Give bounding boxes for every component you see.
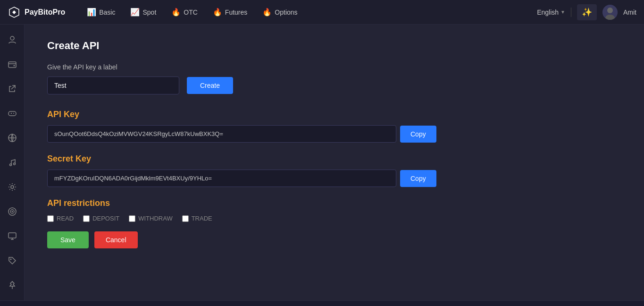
svg-point-14 (11, 211, 13, 212)
spot-icon: 📈 (130, 8, 140, 17)
sidebar-item-wallet[interactable] (5, 57, 20, 72)
sidebar-item-settings[interactable] (5, 179, 20, 195)
checkbox-read[interactable]: READ (47, 215, 74, 222)
logo-area[interactable]: PayBitoPro (8, 6, 65, 19)
dropdown-arrow-icon: ▼ (560, 9, 565, 15)
restrictions-checkboxes: READ DEPOSIT WITHDRAW TRADE (47, 215, 621, 222)
api-label-input[interactable] (47, 76, 179, 94)
star-icon: ✨ (582, 7, 592, 17)
svg-rect-4 (8, 62, 16, 68)
sidebar-item-pin[interactable] (5, 278, 20, 293)
save-button[interactable]: Save (47, 231, 89, 248)
user-name: Amit (623, 8, 636, 16)
sidebar-item-target[interactable] (5, 204, 20, 219)
language-text: English (537, 8, 559, 16)
nav-item-futures[interactable]: 🔥 Futures (206, 5, 254, 19)
sidebar-item-share[interactable] (5, 81, 20, 96)
sidebar-item-gamepad[interactable] (5, 106, 20, 121)
sidebar (0, 25, 25, 300)
svg-point-7 (13, 113, 14, 114)
checkbox-withdraw[interactable]: WITHDRAW (129, 215, 172, 222)
svg-point-9 (9, 164, 11, 166)
nav-item-basic[interactable]: 📊 Basic (80, 5, 122, 19)
sidebar-item-globe[interactable] (5, 130, 20, 145)
sidebar-item-tag[interactable] (5, 253, 20, 268)
checkbox-deposit[interactable]: DEPOSIT (83, 215, 119, 222)
svg-point-3 (10, 36, 14, 40)
main-layout: Create API Give the API key a label Crea… (0, 25, 644, 300)
sidebar-item-user[interactable] (5, 32, 20, 47)
logo-icon (8, 6, 21, 19)
withdraw-checkbox[interactable] (129, 215, 135, 222)
read-checkbox[interactable] (47, 215, 54, 222)
sidebar-item-music[interactable] (5, 155, 20, 170)
api-key-input[interactable] (47, 125, 396, 143)
avatar[interactable] (602, 5, 618, 20)
sidebar-item-monitor[interactable] (5, 229, 20, 244)
api-key-row: Copy (47, 125, 621, 143)
nav-item-options[interactable]: 🔥 Options (256, 5, 304, 19)
checkbox-trade[interactable]: TRADE (182, 215, 212, 222)
nav-right: English ▼ ✨ Amit (537, 4, 636, 20)
otc-icon: 🔥 (171, 8, 181, 17)
logo-text: PayBitoPro (25, 8, 65, 17)
bottom-bar (0, 300, 644, 306)
form-label: Give the API key a label (47, 63, 621, 71)
cancel-button[interactable]: Cancel (94, 231, 138, 248)
options-icon: 🔥 (262, 8, 272, 17)
action-buttons: Save Cancel (47, 231, 621, 248)
nav-links: 📊 Basic 📈 Spot 🔥 OTC 🔥 Futures 🔥 Options (80, 5, 537, 19)
trade-checkbox[interactable] (182, 215, 189, 222)
svg-point-10 (13, 163, 15, 165)
api-key-copy-button[interactable]: Copy (400, 126, 436, 143)
svg-point-16 (10, 259, 11, 260)
svg-point-11 (11, 186, 14, 188)
secret-key-row: Copy (47, 170, 621, 187)
secret-key-title: Secret Key (47, 154, 621, 164)
language-selector[interactable]: English ▼ (537, 8, 565, 16)
svg-rect-15 (8, 233, 16, 238)
content-area: Create API Give the API key a label Crea… (25, 25, 644, 300)
svg-rect-6 (8, 111, 16, 116)
deposit-checkbox[interactable] (83, 215, 90, 222)
secret-key-copy-button[interactable]: Copy (400, 170, 436, 187)
svg-point-1 (607, 8, 613, 13)
futures-icon: 🔥 (213, 8, 222, 17)
restrictions-title: API restrictions (47, 198, 621, 208)
svg-point-5 (13, 65, 15, 67)
nav-item-spot[interactable]: 📈 Spot (124, 5, 163, 19)
secret-key-input[interactable] (47, 170, 396, 187)
api-key-title: API Key (47, 110, 621, 119)
nav-divider (571, 8, 571, 17)
page-title: Create API (47, 40, 621, 52)
user-icon-button[interactable]: ✨ (577, 4, 597, 20)
create-button[interactable]: Create (187, 77, 233, 94)
nav-item-otc[interactable]: 🔥 OTC (165, 5, 204, 19)
label-input-row: Create (47, 76, 621, 94)
basic-icon: 📊 (87, 8, 96, 17)
topnav: PayBitoPro 📊 Basic 📈 Spot 🔥 OTC 🔥 Future… (0, 0, 644, 25)
